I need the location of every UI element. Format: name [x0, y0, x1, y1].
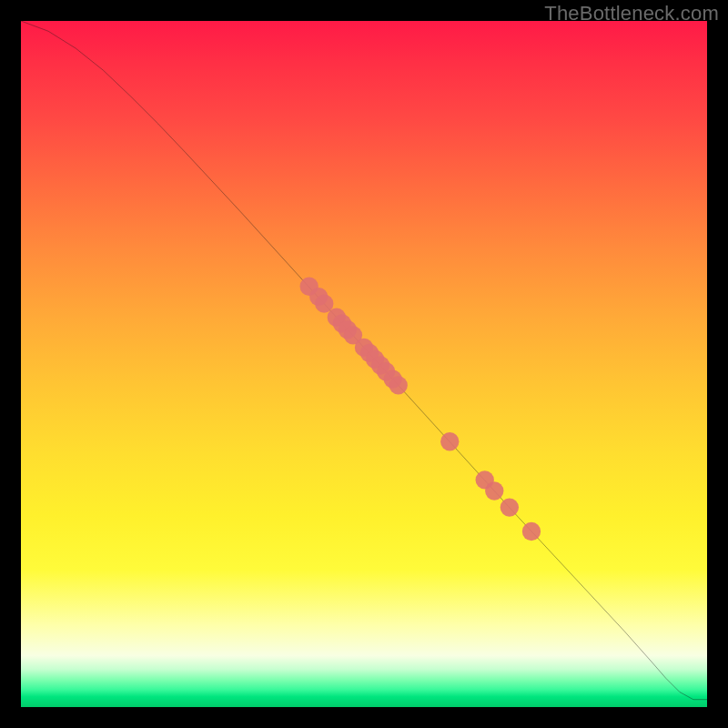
attribution-text: TheBottleneck.com	[544, 2, 719, 25]
data-marker	[485, 481, 503, 500]
data-markers	[300, 278, 541, 541]
data-marker	[522, 522, 541, 541]
data-marker	[500, 498, 519, 516]
curve-layer	[21, 21, 707, 707]
data-marker	[315, 294, 333, 312]
plot-area	[21, 21, 707, 707]
chart-stage: TheBottleneck.com	[0, 0, 728, 728]
data-marker	[440, 432, 459, 450]
data-marker	[389, 376, 408, 394]
